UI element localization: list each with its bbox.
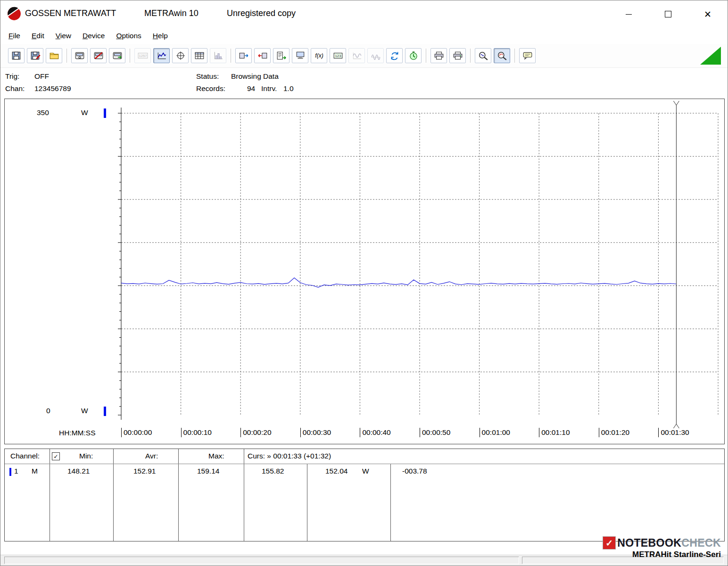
notebookcheck-logo-icon: ✓	[603, 536, 616, 549]
status-bar-cell-left	[4, 557, 519, 564]
chan-value: 123456789	[34, 84, 71, 93]
readout-delta-value: -003.78	[402, 467, 427, 475]
trig-value: OFF	[34, 72, 49, 81]
trend-plot-svg[interactable]	[5, 99, 724, 444]
lcd-display-icon: 1257	[138, 51, 148, 60]
view-scope-button[interactable]	[172, 48, 189, 63]
gossen-metrawatt-logo-icon	[7, 7, 21, 21]
timer-button[interactable]	[405, 48, 422, 63]
close-button[interactable]: ✕	[688, 0, 728, 28]
readout-channel-number: 1	[14, 467, 18, 475]
column-divider	[113, 449, 114, 541]
window-controls: ✕	[609, 0, 728, 28]
trig-label: Trig:	[5, 72, 19, 81]
menu-edit[interactable]: Edit	[26, 29, 50, 43]
print-button[interactable]	[430, 48, 447, 63]
title-bar: GOSSEN METRAWATT METRAwin 10 Unregistere…	[0, 0, 728, 28]
app-title: METRAwin 10	[144, 8, 199, 18]
waveform-b-button[interactable]	[367, 48, 384, 63]
svg-text:1257: 1257	[139, 54, 147, 58]
menu-options[interactable]: Options	[110, 29, 147, 43]
open-button[interactable]	[46, 48, 62, 63]
view-histogram-icon	[213, 51, 223, 60]
notebookcheck-wordmark: NOTEBOOKCHECK	[617, 537, 721, 549]
open-icon	[49, 51, 59, 60]
menu-view[interactable]: View	[50, 29, 77, 43]
waveform-a-icon	[352, 51, 362, 60]
svg-text:123: 123	[335, 54, 341, 58]
header-divider	[5, 464, 724, 464]
device-disconnect-icon	[93, 51, 104, 60]
readout-header-channel: Channel:	[10, 452, 40, 460]
data-exchange-button[interactable]	[386, 48, 403, 63]
records-value: 94	[247, 84, 255, 93]
save-button[interactable]	[8, 48, 25, 63]
annotate-button[interactable]	[519, 48, 536, 63]
cursor-handle-top[interactable]	[673, 101, 679, 109]
x-tick-label: 00:00:40	[360, 428, 390, 437]
trend-chart-panel: 350 W 0 W HH:MM:SS 00:00:0000:00:1000:00…	[4, 99, 725, 444]
menu-help[interactable]: Help	[147, 29, 174, 43]
view-histogram-button[interactable]	[210, 48, 226, 63]
zoom-horizontal-icon	[478, 51, 488, 60]
chan-label: Chan:	[5, 84, 25, 93]
view-table-icon	[194, 51, 205, 60]
license-status: Unregistered copy	[227, 8, 296, 18]
export-data-button[interactable]	[254, 48, 271, 63]
interval-label: Intrv.	[261, 84, 277, 93]
lcd-display-button[interactable]: 1257	[134, 48, 151, 63]
x-tick-label: 00:00:00	[121, 428, 152, 437]
x-tick-label: 00:00:10	[181, 428, 212, 437]
x-tick-label: 00:01:00	[480, 428, 510, 437]
y-axis-unit-top: W	[81, 108, 88, 117]
x-tick-label: 00:00:30	[300, 428, 331, 437]
read-memory-button[interactable]	[292, 48, 308, 63]
read-memory-icon	[295, 51, 306, 60]
waveform-a-button[interactable]	[348, 48, 365, 63]
save-as-button[interactable]	[27, 48, 43, 63]
readout-header-max: Max:	[208, 452, 224, 460]
readout-channel-mode: M	[32, 467, 38, 475]
device-disconnect-button[interactable]	[90, 48, 107, 63]
toolbar-separator	[130, 49, 130, 63]
import-data-icon	[239, 51, 249, 60]
channel1-range-marker-bottom	[104, 407, 106, 416]
menu-file[interactable]: File	[3, 29, 26, 43]
vendor-name: GOSSEN METRAWATT	[25, 8, 116, 18]
maximize-button[interactable]	[648, 0, 688, 28]
device-display-button[interactable]: 123	[330, 48, 346, 63]
acquisition-status-area: Trig: OFF Chan: 123456789 Status: Browsi…	[0, 71, 728, 98]
readout-cursor-b-value: 152.04	[325, 467, 347, 475]
readout-header-cursor: Curs: » 00:01:33 (+01:32)	[248, 452, 331, 460]
read-list-button[interactable]	[273, 48, 290, 63]
device-connect-button[interactable]	[109, 48, 125, 63]
zoom-horizontal-button[interactable]	[475, 48, 491, 63]
menu-device[interactable]: Device	[77, 29, 110, 43]
data-exchange-icon	[389, 51, 400, 60]
column-divider	[307, 464, 307, 541]
svg-text:f(x): f(x)	[315, 52, 323, 59]
close-icon: ✕	[704, 10, 711, 19]
view-trend-button[interactable]	[153, 48, 170, 63]
formula-button[interactable]: f(x)	[311, 48, 327, 63]
channel-visible-checkbox[interactable]: ✓	[52, 452, 60, 460]
y-axis-unit-bottom: W	[81, 407, 88, 415]
minimize-button[interactable]	[609, 0, 648, 28]
device-setup-button[interactable]	[71, 48, 88, 63]
x-tick-label: 00:01:30	[658, 428, 689, 437]
print-preview-button[interactable]	[449, 48, 466, 63]
readout-max-value: 159.14	[197, 467, 219, 475]
view-table-button[interactable]	[191, 48, 207, 63]
readout-header-min: Min:	[79, 452, 93, 460]
toolbar: 1257f(x)123	[0, 44, 728, 68]
column-divider	[178, 449, 179, 541]
brand-check: CHECK	[681, 537, 721, 549]
formula-icon: f(x)	[314, 51, 324, 60]
readout-avr-value: 152.91	[133, 467, 156, 475]
import-data-button[interactable]	[235, 48, 252, 63]
zoom-curve-button[interactable]	[494, 48, 510, 63]
measured-device-label: METRAHit Starline-Seri	[603, 550, 721, 559]
x-tick-label: 00:00:50	[420, 428, 450, 437]
app-window: GOSSEN METRAWATT METRAwin 10 Unregistere…	[0, 0, 728, 566]
x-tick-label: 00:01:20	[599, 428, 629, 437]
